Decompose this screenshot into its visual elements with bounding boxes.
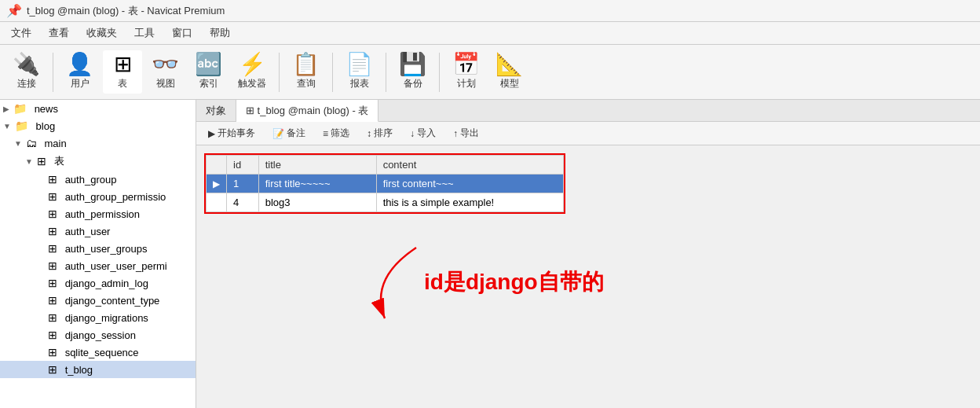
menu-item-窗口[interactable]: 窗口 [164, 24, 200, 42]
cell-id: 4 [227, 193, 259, 212]
sidebar-item-main[interactable]: ▼🗂 main [0, 134, 196, 152]
table-header-row: id title content [207, 156, 564, 175]
toolbar-separator [386, 53, 386, 92]
menu-item-查看[interactable]: 查看 [41, 24, 77, 42]
tree-icon: ⊞ [48, 277, 57, 289]
index-icon: 🔤 [195, 53, 222, 75]
title-icon: 📌 [6, 3, 22, 18]
sidebar-item-tables[interactable]: ▼⊞ 表 [0, 152, 196, 171]
sidebar-item-news[interactable]: ▶📁 news [0, 100, 196, 117]
sidebar-item-auth_user[interactable]: ⊞ auth_user [0, 222, 196, 240]
menu-item-帮助[interactable]: 帮助 [202, 24, 238, 42]
sidebar-item-auth_group[interactable]: ⊞ auth_group [0, 171, 196, 188]
sidebar-item-auth_user_groups[interactable]: ⊞ auth_user_groups [0, 240, 196, 257]
table-icon: ⊞ [114, 53, 132, 75]
toolbar: 🔌连接👤用户⊞表👓视图🔤索引⚡触发器📋查询📄报表💾备份📅计划📐模型 [0, 45, 980, 100]
toolbar-item-user[interactable]: 👤用户 [60, 50, 100, 94]
col-content: content [376, 156, 563, 175]
window-title: t_blog @main (blog) - 表 - Navicat Premiu… [27, 4, 225, 18]
tree-label: auth_group [65, 174, 117, 186]
sidebar-item-django_content_type[interactable]: ⊞ django_content_type [0, 292, 196, 309]
tree-icon: 🗂 [26, 137, 37, 149]
table-container: id title content ▶ 1 first title~~~~~ fi… [204, 153, 565, 214]
user-icon: 👤 [66, 53, 93, 75]
connect-icon: 🔌 [13, 53, 40, 75]
menu-bar: 文件查看收藏夹工具窗口帮助 [0, 22, 980, 45]
backup-icon: 💾 [399, 53, 426, 75]
tree-icon: ⊞ [48, 208, 57, 220]
expand-arrow: ▼ [3, 122, 11, 130]
sidebar-item-sqlite_sequence[interactable]: ⊞ sqlite_sequence [0, 344, 196, 361]
tree-label: blog [36, 120, 56, 132]
tree-icon: ⊞ [48, 173, 57, 186]
annotation-arrow [353, 240, 448, 334]
toolbar-item-query[interactable]: 📋查询 [286, 50, 326, 94]
menu-item-文件[interactable]: 文件 [3, 24, 39, 42]
data-toolbar-btn-begin-tx[interactable]: ▶开始事务 [203, 124, 261, 142]
table-row[interactable]: ▶ 1 first title~~~~~ first content~~~ [207, 175, 564, 193]
toolbar-separator [332, 53, 333, 92]
expand-arrow: ▼ [14, 139, 22, 148]
content-area: 对象⊞ t_blog @main (blog) - 表 ▶开始事务📝备注≡筛选↕… [196, 100, 980, 408]
row-marker: ▶ [207, 175, 227, 193]
toolbar-item-trigger[interactable]: ⚡触发器 [232, 50, 272, 94]
tree-icon: ⊞ [48, 190, 57, 203]
data-toolbar-btn-comment[interactable]: 📝备注 [267, 124, 311, 142]
marker-col [207, 156, 227, 175]
title-bar: 📌 t_blog @main (blog) - 表 - Navicat Prem… [0, 0, 980, 22]
tree-icon: ⊞ [48, 225, 57, 237]
col-id: id [227, 156, 259, 175]
sidebar: ▶📁 news▼📁 blog▼🗂 main▼⊞ 表⊞ auth_group⊞ a… [0, 100, 196, 408]
toolbar-separator [439, 53, 440, 92]
sidebar-item-auth_group_permission[interactable]: ⊞ auth_group_permissio [0, 188, 196, 205]
toolbar-item-model[interactable]: 📐模型 [489, 50, 529, 94]
menu-item-收藏夹[interactable]: 收藏夹 [79, 24, 125, 42]
data-toolbar-btn-export[interactable]: ↑导出 [448, 124, 485, 142]
tree-label: 表 [54, 154, 64, 168]
toolbar-item-backup[interactable]: 💾备份 [393, 50, 433, 94]
tree-label: django_content_type [65, 295, 160, 307]
toolbar-item-connect[interactable]: 🔌连接 [6, 50, 46, 94]
tree-label: main [45, 138, 67, 149]
sidebar-item-django_migrations[interactable]: ⊞ django_migrations [0, 309, 196, 326]
sort-icon: ↕ [367, 128, 371, 139]
toolbar-item-table[interactable]: ⊞表 [103, 50, 142, 94]
tree-label: auth_user_user_permi [65, 260, 167, 272]
toolbar-item-index[interactable]: 🔤索引 [188, 50, 229, 94]
row-marker [207, 193, 227, 212]
toolbar-item-view[interactable]: 👓视图 [145, 50, 185, 94]
filter-icon: ≡ [323, 128, 328, 139]
tree-icon: 📁 [13, 102, 27, 115]
cell-title: first title~~~~~ [258, 175, 376, 193]
data-toolbar: ▶开始事务📝备注≡筛选↕排序↓导入↑导出 [196, 122, 980, 145]
sidebar-item-t_blog[interactable]: ⊞ t_blog [0, 361, 196, 378]
tree-icon: ⊞ [48, 294, 57, 307]
menu-item-工具[interactable]: 工具 [126, 24, 163, 42]
toolbar-item-report[interactable]: 📄报表 [339, 50, 379, 94]
query-icon: 📋 [292, 53, 320, 75]
tree-icon: ⊞ [48, 242, 57, 255]
data-toolbar-btn-filter[interactable]: ≡筛选 [317, 124, 355, 142]
expand-arrow: ▼ [25, 157, 33, 166]
tree-label: auth_group_permissio [65, 191, 166, 203]
toolbar-item-schedule[interactable]: 📅计划 [446, 50, 486, 94]
model-icon: 📐 [495, 53, 523, 75]
sidebar-item-auth_permission[interactable]: ⊞ auth_permission [0, 205, 196, 222]
table-row[interactable]: 4 blog3 this is a simple example! [207, 193, 564, 212]
data-toolbar-btn-sort[interactable]: ↕排序 [361, 124, 398, 142]
sidebar-item-auth_user_user_permi[interactable]: ⊞ auth_user_user_permi [0, 257, 196, 274]
trigger-icon: ⚡ [239, 53, 266, 75]
sidebar-item-django_admin_log[interactable]: ⊞ django_admin_log [0, 274, 196, 292]
sidebar-item-django_session[interactable]: ⊞ django_session [0, 326, 196, 344]
tab-table-view[interactable]: ⊞ t_blog @main (blog) - 表 [236, 100, 378, 122]
tree-label: t_blog [65, 364, 93, 376]
toolbar-separator [53, 53, 53, 92]
tree-icon: ⊞ [37, 155, 46, 167]
export-icon: ↑ [453, 128, 458, 139]
tree-label: auth_user [65, 226, 111, 237]
data-toolbar-btn-import[interactable]: ↓导入 [404, 124, 441, 142]
tab-objects[interactable]: 对象 [196, 100, 236, 121]
sidebar-item-blog[interactable]: ▼📁 blog [0, 117, 196, 134]
tree-label: auth_user_groups [65, 243, 148, 255]
import-icon: ↓ [410, 128, 415, 139]
